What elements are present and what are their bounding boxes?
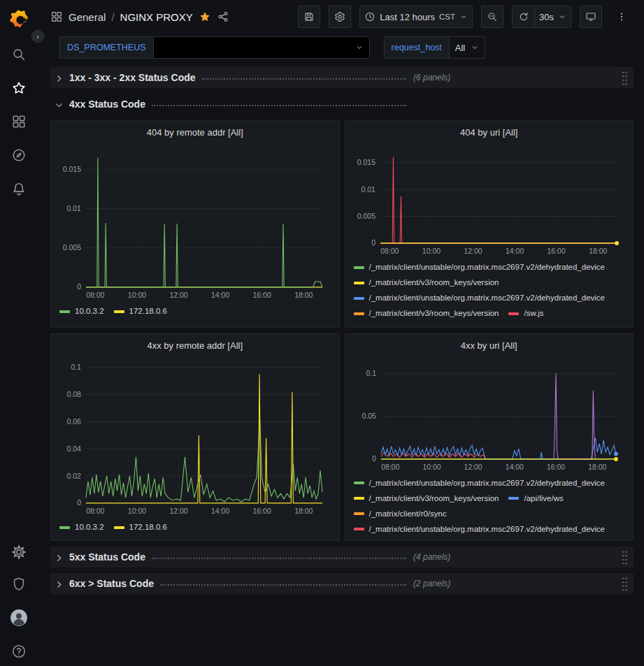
breadcrumb-section[interactable]: General <box>69 11 106 23</box>
legend-item[interactable]: 172.18.0.6 <box>114 521 167 533</box>
zoom-out-icon <box>487 11 498 22</box>
breadcrumb-separator: / <box>111 11 114 23</box>
svg-text:0.015: 0.015 <box>63 166 81 173</box>
row-4xx[interactable]: 4xx Status Code <box>50 94 634 115</box>
sidebar-expand-chevron[interactable]: › <box>31 30 44 43</box>
variables-toolbar: DS_PROMETHEUS request_host All <box>38 34 644 61</box>
panel-title-text: 4xx by remote addr [All] <box>147 340 243 351</box>
svg-text:12:00: 12:00 <box>464 463 482 471</box>
row-5xx[interactable]: 5xx Status Code (4 panels) <box>50 546 634 567</box>
panel-404-by-uri: 404 by uri [All] 08:0010:0012:0014:0016:… <box>345 120 634 328</box>
svg-text:0: 0 <box>77 499 81 507</box>
svg-text:18:00: 18:00 <box>588 463 606 471</box>
more-options-kebab-button[interactable] <box>610 6 633 28</box>
timeseries-chart[interactable]: 08:0010:0012:0014:0016:0018:0000.020.040… <box>58 355 332 517</box>
variable-request-host-label[interactable]: request_host <box>384 36 449 59</box>
chevron-down-icon <box>55 100 64 109</box>
chevron-down-icon <box>471 43 479 52</box>
cycle-view-mode-button[interactable] <box>580 6 602 28</box>
svg-text:0.06: 0.06 <box>67 418 82 426</box>
row-drag-handle[interactable] <box>622 549 628 565</box>
search-icon[interactable] <box>11 47 27 62</box>
configuration-gear-icon[interactable] <box>11 544 27 560</box>
legend-item[interactable]: /_matrix/client/v3/room_keys/version <box>354 493 499 505</box>
share-icon[interactable] <box>217 10 229 23</box>
panel-header[interactable]: 4xx by remote addr [All] <box>58 338 332 355</box>
legend-item[interactable]: 10.0.3.2 <box>59 305 104 317</box>
legend-item[interactable]: /_matrix/client/unstable/org.matrix.msc2… <box>354 261 606 273</box>
panel-header[interactable]: 404 by uri [All] <box>352 125 627 142</box>
legend-item[interactable]: /_matrix/client/v3/room_keys/version <box>354 307 499 319</box>
timeseries-chart[interactable]: 08:0010:0012:0014:0016:0018:0000.0050.01… <box>58 142 332 301</box>
legend-color-swatch <box>114 310 124 313</box>
refresh-button[interactable] <box>512 6 534 28</box>
dashboard-title[interactable]: NGINX PROXY <box>120 11 193 23</box>
svg-text:14:00: 14:00 <box>211 291 229 299</box>
row-1xx-3xx-2xx[interactable]: 1xx - 3xx - 2xx Status Code (6 panels) <box>50 67 634 88</box>
variable-request-host-select[interactable]: All <box>449 36 485 59</box>
row-drag-handle[interactable] <box>622 576 628 591</box>
chart-legend: 10.0.3.2172.18.0.6 <box>58 521 332 533</box>
panel-title-text: 404 by remote addr [All] <box>147 127 243 138</box>
sidebar-nav-top <box>11 47 27 196</box>
legend-item[interactable]: /api/live/ws <box>508 493 563 505</box>
timeseries-chart[interactable]: 08:0010:0012:0014:0016:0018:0000.0050.01… <box>352 142 627 257</box>
legend-color-swatch <box>508 497 519 500</box>
svg-text:0.01: 0.01 <box>361 186 375 194</box>
dashboards-icon[interactable] <box>11 114 27 129</box>
legend-item[interactable]: /sw.js <box>508 307 543 319</box>
user-avatar[interactable] <box>10 609 28 627</box>
svg-text:0: 0 <box>372 455 376 463</box>
legend-color-swatch <box>354 512 364 515</box>
dotted-leader <box>160 577 406 586</box>
legend-color-swatch <box>59 310 70 313</box>
legend-item[interactable]: /_matrix/client/unstable/org.matrix.msc2… <box>354 292 606 304</box>
time-range-label: Last 12 hours <box>380 12 435 22</box>
dotted-leader <box>152 550 406 559</box>
svg-text:12:00: 12:00 <box>169 507 187 515</box>
row-drag-handle[interactable] <box>622 70 628 85</box>
alerting-bell-icon[interactable] <box>11 181 27 196</box>
legend-label: 172.18.0.6 <box>129 305 167 317</box>
row-panel-count: (4 panels) <box>413 552 450 562</box>
svg-text:0.05: 0.05 <box>362 412 375 420</box>
panel-header[interactable]: 4xx by uri [All] <box>352 338 627 355</box>
legend-item[interactable]: 172.18.0.6 <box>114 305 167 317</box>
grafana-logo-icon[interactable] <box>10 10 29 29</box>
starred-dashboards-icon[interactable] <box>11 80 27 96</box>
variable-datasource-label[interactable]: DS_PROMETHEUS <box>59 36 153 59</box>
save-dashboard-button[interactable] <box>298 6 320 28</box>
time-range-picker[interactable]: Last 12 hours CST <box>359 6 473 28</box>
refresh-icon <box>518 11 529 22</box>
variable-datasource-select[interactable] <box>153 36 370 59</box>
svg-text:0.1: 0.1 <box>366 370 376 377</box>
legend-label: /_matrix/client/unstable/org.matrix.msc2… <box>369 261 606 273</box>
svg-text:08:00: 08:00 <box>86 507 104 515</box>
svg-text:08:00: 08:00 <box>86 291 104 299</box>
legend-item[interactable]: /_matrix/client/v3/room_keys/version <box>354 277 499 289</box>
server-admin-shield-icon[interactable] <box>11 577 27 592</box>
chevron-right-icon <box>55 73 64 82</box>
chevron-down-icon <box>355 43 364 52</box>
legend-item[interactable]: 10.0.3.2 <box>59 521 104 533</box>
dashboard-settings-button[interactable] <box>329 6 351 28</box>
chevron-right-icon <box>55 553 64 562</box>
legend-item[interactable]: /_matrix/client/unstable/org.matrix.msc2… <box>354 477 606 489</box>
explore-compass-icon[interactable] <box>11 147 27 163</box>
row-6xx[interactable]: 6xx > Status Code (2 panels) <box>50 573 634 594</box>
legend-item[interactable]: /_matrix/client/unstable/org.matrix.msc2… <box>354 523 606 535</box>
chart-legend: /_matrix/client/unstable/org.matrix.msc2… <box>352 261 627 319</box>
refresh-interval-dropdown[interactable]: 30s <box>534 6 571 28</box>
help-icon[interactable] <box>11 644 27 659</box>
chevron-down-icon <box>459 13 468 21</box>
svg-text:0.04: 0.04 <box>67 445 82 453</box>
clock-icon <box>364 11 375 22</box>
timeseries-chart[interactable]: 08:0010:0012:0014:0016:0018:0000.050.1 <box>352 355 627 473</box>
favorite-star-icon[interactable] <box>199 10 211 23</box>
zoom-out-button[interactable] <box>481 6 503 28</box>
legend-label: /sw.js <box>524 307 543 319</box>
panel-header[interactable]: 404 by remote addr [All] <box>58 125 332 142</box>
svg-text:10:00: 10:00 <box>128 507 146 515</box>
panel-4xx-by-remote-addr: 4xx by remote addr [All] 08:0010:0012:00… <box>50 333 340 541</box>
legend-item[interactable]: /_matrix/client/r0/sync <box>354 508 447 520</box>
